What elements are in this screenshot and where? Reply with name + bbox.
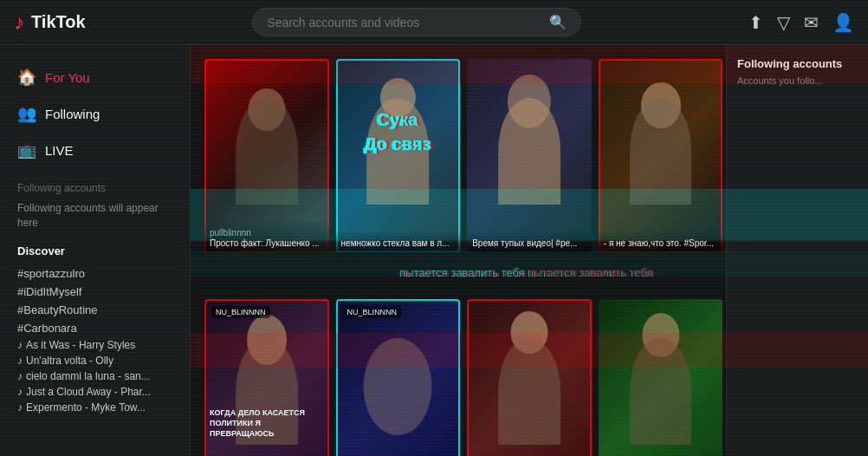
music-expermento[interactable]: ♪ Expermento - Myke Tow... (17, 400, 172, 415)
figure-body-8 (498, 338, 560, 445)
video-card-2[interactable]: Сука До связ немножко стекла вам в л... (336, 59, 461, 252)
header-actions: ⬆ ▽ ✉ 👤 (748, 12, 854, 33)
live-icon: 📺 (17, 140, 36, 160)
music-cielo[interactable]: ♪ cielo dammi la luna - san... (17, 368, 172, 384)
music-note-icon: ♪ (17, 339, 23, 351)
video-card-8[interactable]: //Такого единения у нас ... (467, 299, 592, 456)
figure-body-3 (498, 98, 560, 205)
music-harry-styles[interactable]: ♪ As it Was - Harry Styles (17, 337, 172, 353)
figure-body-2 (366, 98, 429, 205)
figure-body-1 (236, 98, 298, 205)
discover-title: Discover (17, 244, 172, 257)
video-card-3[interactable]: Время тупых видео| #ре... (467, 59, 592, 252)
following-accounts-title: Following accounts (17, 182, 172, 194)
following-panel-subtitle: Accounts you follo... (737, 75, 868, 86)
figure-torso-7 (364, 338, 432, 435)
filter-icon[interactable]: ▽ (777, 12, 790, 33)
content-area: pullblinnnn Просто факт: Лукашенко ... С… (191, 45, 868, 456)
glitch-label-2: пытается завалить тебя (529, 266, 655, 279)
music-olly[interactable]: ♪ Un'altra volta - Olly (17, 353, 172, 368)
video-overlay-3: Время тупых видео| #ре... (467, 231, 592, 252)
following-accounts-desc: Following accounts will appear here (17, 201, 172, 231)
following-panel-title: Following accounts (737, 57, 868, 70)
glitch-label-1: пытается завалить тебя (399, 266, 525, 279)
following-label: Following (45, 107, 100, 121)
hashtag-ididitmyself[interactable]: #iDidItMyself (17, 283, 172, 301)
video-title-2: немножко стекла вам в л... (341, 238, 456, 249)
message-icon[interactable]: ✉ (804, 12, 819, 33)
for-you-label: For You (45, 70, 90, 85)
video-title-3: Время тупых видео| #ре... (472, 238, 586, 249)
video-card-4[interactable]: - я не знаю,что это. #Spor... (599, 59, 723, 252)
following-accounts-panel: Following accounts Accounts you follo... (726, 45, 868, 456)
search-container: 🔍 (86, 8, 748, 36)
logo-text: TikTok (31, 12, 86, 32)
search-input[interactable] (267, 16, 542, 29)
hashtag-carbonara[interactable]: #Carbonara (17, 319, 172, 337)
discover-section: Discover #sportazzulro #iDidItMyself #Be… (0, 244, 190, 415)
hashtag-beautyroutine[interactable]: #BeautyRoutine (17, 301, 172, 319)
hashtag-sportazzulro[interactable]: #sportazzulro (17, 264, 172, 283)
home-icon: 🏠 (17, 68, 36, 87)
music-note-icon-5: ♪ (17, 401, 23, 414)
video-overlay-2: немножко стекла вам в л... (336, 231, 461, 252)
header: ♪ TikTok 🔍 ⬆ ▽ ✉ 👤 (0, 0, 868, 45)
video-card-1[interactable]: pullblinnnn Просто факт: Лукашенко ... (204, 59, 329, 252)
video-card-6[interactable]: NU_BLINNNN КОГДА ДЕЛО КАСАЕТСЯ ПОЛИТИКИ … (204, 299, 329, 456)
figure-body-9 (630, 338, 692, 445)
video-badge-7: NU_BLINNNN (343, 306, 402, 318)
sidebar-item-live[interactable]: 📺 LIVE (0, 132, 190, 168)
live-label: LIVE (45, 143, 74, 158)
music-cloud-away[interactable]: ♪ Just a Cloud Away - Phar... (17, 384, 172, 400)
video-overlay-1: pullblinnnn Просто факт: Лукашенко ... (204, 219, 329, 252)
figure-body-4 (630, 98, 692, 205)
video-badge-6: NU_BLINNNN (211, 306, 270, 318)
sidebar-item-for-you[interactable]: 🏠 For You (0, 59, 190, 95)
video-title-1: Просто факт: Лукашенко ... (210, 238, 324, 249)
video-title-4: - я не знаю,что это. #Spor... (604, 238, 718, 249)
music-note-icon-3: ♪ (17, 370, 23, 382)
sidebar: 🏠 For You 👥 Following 📺 LIVE Following a… (0, 45, 191, 456)
following-icon: 👥 (17, 104, 36, 123)
app-container: ♪ TikTok 🔍 ⬆ ▽ ✉ 👤 🏠 For You 👥 Follo (0, 0, 868, 456)
search-box: 🔍 (252, 8, 581, 36)
video-user-1: pullblinnnn (210, 228, 324, 238)
music-note-icon-4: ♪ (17, 386, 23, 398)
tiktok-note-icon: ♪ (14, 10, 24, 35)
music-note-icon-2: ♪ (17, 355, 23, 367)
upload-icon[interactable]: ⬆ (748, 12, 763, 33)
main-layout: 🏠 For You 👥 Following 📺 LIVE Following a… (0, 45, 868, 456)
video-card-7[interactable]: NU_BLINNNN Перебор с эффектамиTи... (336, 299, 461, 456)
profile-icon[interactable]: 👤 (832, 12, 854, 33)
video-caption-6: КОГДА ДЕЛО КАСАЕТСЯ ПОЛИТИКИ Я ПРЕВРАЩАЮ… (210, 408, 324, 439)
video-card-9[interactable]: Когда преподg на экзамен... (599, 299, 723, 456)
search-icon[interactable]: 🔍 (549, 14, 567, 30)
logo[interactable]: ♪ TikTok (14, 10, 86, 35)
video-overlay-4: - я не знаю,что это. #Spor... (599, 231, 723, 252)
sidebar-item-following[interactable]: 👥 Following (0, 95, 190, 132)
following-accounts-section: Following accounts Following accounts wi… (0, 182, 190, 231)
